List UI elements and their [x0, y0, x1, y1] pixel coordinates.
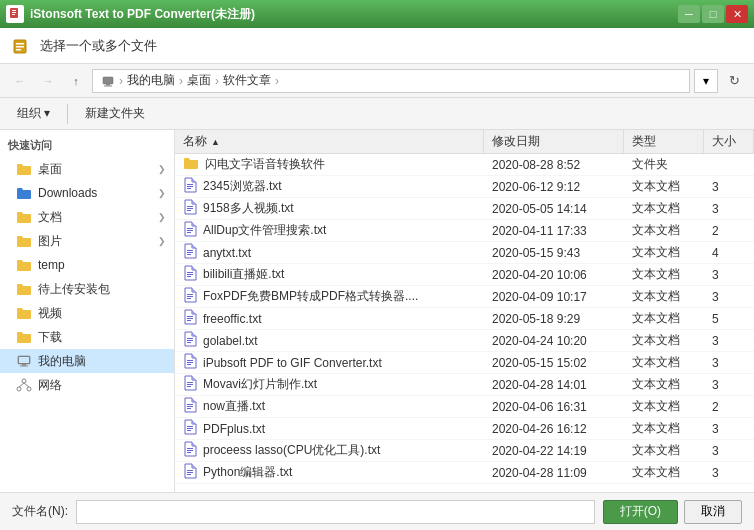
svg-rect-12 — [19, 357, 29, 363]
table-row[interactable]: proceess lasso(CPU优化工具).txt 2020-04-22 1… — [175, 440, 754, 462]
sidebar-desktop-label: 桌面 — [38, 161, 152, 178]
table-row[interactable]: PDFplus.txt 2020-04-26 16:12 文本文档 3 — [175, 418, 754, 440]
back-button[interactable]: ← — [8, 69, 32, 93]
file-size: 3 — [704, 202, 754, 216]
svg-rect-44 — [187, 360, 193, 361]
file-date: 2020-06-12 9:12 — [484, 180, 624, 194]
toolbar-separator — [67, 104, 68, 124]
file-date: 2020-04-28 14:01 — [484, 378, 624, 392]
file-list-header: 名称 ▲ 修改日期 类型 大小 — [175, 130, 754, 154]
column-header-type[interactable]: 类型 — [624, 130, 704, 153]
file-type: 文本文档 — [624, 398, 704, 415]
folder-icon-2 — [16, 209, 32, 225]
svg-rect-24 — [187, 208, 193, 209]
table-row[interactable]: anytxt.txt 2020-05-15 9:43 文本文档 4 — [175, 242, 754, 264]
app-icon — [6, 5, 24, 23]
file-size: 3 — [704, 290, 754, 304]
up-button[interactable]: ↑ — [64, 69, 88, 93]
svg-rect-45 — [187, 362, 193, 363]
svg-rect-49 — [187, 386, 191, 387]
column-header-date[interactable]: 修改日期 — [484, 130, 624, 153]
open-button[interactable]: 打开(O) — [603, 500, 678, 524]
svg-rect-26 — [187, 228, 193, 229]
file-size: 3 — [704, 180, 754, 194]
file-name: FoxPDF免费BMP转成PDF格式转换器.... — [203, 288, 418, 305]
sidebar-pending-label: 待上传安装包 — [38, 281, 166, 298]
table-row[interactable]: AllDup文件管理搜索.txt 2020-04-11 17:33 文本文档 2 — [175, 220, 754, 242]
file-size: 3 — [704, 466, 754, 480]
sidebar-item-pictures[interactable]: 图片 ❯ — [0, 229, 174, 253]
file-size: 3 — [704, 334, 754, 348]
table-row[interactable]: bilibili直播姬.txt 2020-04-20 10:06 文本文档 3 — [175, 264, 754, 286]
close-button[interactable]: ✕ — [726, 5, 748, 23]
svg-rect-31 — [187, 254, 191, 255]
svg-rect-9 — [106, 84, 110, 86]
new-folder-button[interactable]: 新建文件夹 — [76, 102, 154, 126]
file-icon — [183, 243, 197, 262]
sidebar-pictures-arrow: ❯ — [158, 236, 166, 246]
svg-rect-22 — [187, 188, 191, 189]
file-icon — [183, 331, 197, 350]
window-controls: ─ □ ✕ — [678, 5, 748, 23]
table-row[interactable]: now直播.txt 2020-04-06 16:31 文本文档 2 — [175, 396, 754, 418]
sidebar-item-mycomputer[interactable]: 我的电脑 — [0, 349, 174, 373]
file-size: 3 — [704, 378, 754, 392]
svg-rect-46 — [187, 364, 191, 365]
sidebar-item-network[interactable]: 网络 — [0, 373, 174, 397]
table-row[interactable]: 闪电文字语音转换软件 2020-08-28 8:52 文件夹 — [175, 154, 754, 176]
sidebar-item-pending[interactable]: 待上传安装包 — [0, 277, 174, 301]
folder-icon-6 — [16, 305, 32, 321]
svg-rect-40 — [187, 320, 191, 321]
table-row[interactable]: 2345浏览器.txt 2020-06-12 9:12 文本文档 3 — [175, 176, 754, 198]
file-icon — [183, 287, 197, 306]
organize-button[interactable]: 组织 ▾ — [8, 102, 59, 126]
table-row[interactable]: FoxPDF免费BMP转成PDF格式转换器.... 2020-04-09 10:… — [175, 286, 754, 308]
svg-rect-20 — [187, 184, 193, 185]
svg-rect-54 — [187, 428, 193, 429]
svg-rect-43 — [187, 342, 191, 343]
refresh-button[interactable]: ↻ — [722, 69, 746, 93]
column-header-name[interactable]: 名称 ▲ — [175, 130, 484, 153]
file-type: 文件夹 — [624, 156, 704, 173]
cancel-button[interactable]: 取消 — [684, 500, 742, 524]
path-folder[interactable]: 软件文章 — [223, 72, 271, 89]
path-desktop[interactable]: 桌面 — [187, 72, 211, 89]
forward-button[interactable]: → — [36, 69, 60, 93]
table-row[interactable]: Python编辑器.txt 2020-04-28 11:09 文本文档 3 — [175, 462, 754, 484]
svg-point-16 — [17, 387, 21, 391]
file-type: 文本文档 — [624, 420, 704, 437]
maximize-button[interactable]: □ — [702, 5, 724, 23]
sidebar-item-temp[interactable]: temp — [0, 253, 174, 277]
file-name: 9158多人视频.txt — [203, 200, 294, 217]
table-row[interactable]: iPubsoft PDF to GIF Converter.txt 2020-0… — [175, 352, 754, 374]
sidebar-item-documents[interactable]: 文档 ❯ — [0, 205, 174, 229]
table-row[interactable]: freeoffic.txt 2020-05-18 9:29 文本文档 5 — [175, 308, 754, 330]
table-row[interactable]: golabel.txt 2020-04-24 10:20 文本文档 3 — [175, 330, 754, 352]
svg-rect-56 — [187, 448, 193, 449]
svg-rect-61 — [187, 474, 191, 475]
minimize-button[interactable]: ─ — [678, 5, 700, 23]
address-bar[interactable]: › 我的电脑 › 桌面 › 软件文章 › — [92, 69, 690, 93]
svg-rect-35 — [187, 294, 193, 295]
table-row[interactable]: 9158多人视频.txt 2020-05-05 14:14 文本文档 3 — [175, 198, 754, 220]
sidebar-item-desktop[interactable]: 桌面 ❯ — [0, 157, 174, 181]
path-dropdown-button[interactable]: ▾ — [694, 69, 718, 93]
sidebar-item-downloads[interactable]: Downloads ❯ — [0, 181, 174, 205]
dialog-icon — [12, 36, 32, 56]
column-header-size[interactable]: 大小 — [704, 130, 754, 153]
file-date: 2020-04-06 16:31 — [484, 400, 624, 414]
file-name: now直播.txt — [203, 398, 265, 415]
downloads-icon — [16, 185, 32, 201]
sidebar-item-download2[interactable]: 下载 — [0, 325, 174, 349]
dialog-header: 选择一个或多个文件 — [0, 28, 754, 64]
svg-line-19 — [24, 383, 29, 387]
sidebar-network-label: 网络 — [38, 377, 166, 394]
sidebar-item-video[interactable]: 视频 — [0, 301, 174, 325]
filename-input[interactable] — [76, 500, 595, 524]
file-date: 2020-05-18 9:29 — [484, 312, 624, 326]
table-row[interactable]: Movavi幻灯片制作.txt 2020-04-28 14:01 文本文档 3 — [175, 374, 754, 396]
file-type: 文本文档 — [624, 354, 704, 371]
path-mycomputer[interactable]: 我的电脑 — [127, 72, 175, 89]
file-icon — [183, 419, 197, 438]
network-icon — [16, 377, 32, 393]
